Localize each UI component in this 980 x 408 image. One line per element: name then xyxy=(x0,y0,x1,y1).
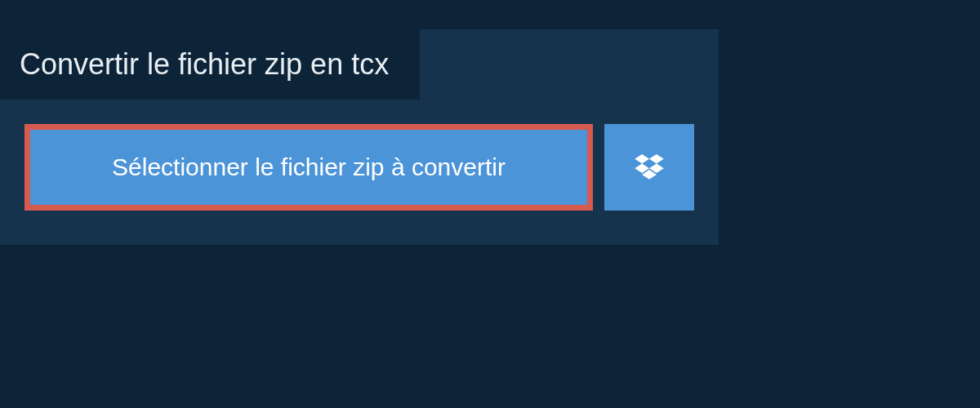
select-file-label: Sélectionner le fichier zip à convertir xyxy=(112,153,506,181)
converter-panel: Convertir le fichier zip en tcx Sélectio… xyxy=(0,29,719,245)
button-row: Sélectionner le fichier zip à convertir xyxy=(0,100,719,211)
dropbox-button[interactable] xyxy=(604,124,694,211)
page-title: Convertir le fichier zip en tcx xyxy=(0,29,420,100)
select-file-button[interactable]: Sélectionner le fichier zip à convertir xyxy=(24,124,593,211)
dropbox-icon xyxy=(635,154,664,180)
